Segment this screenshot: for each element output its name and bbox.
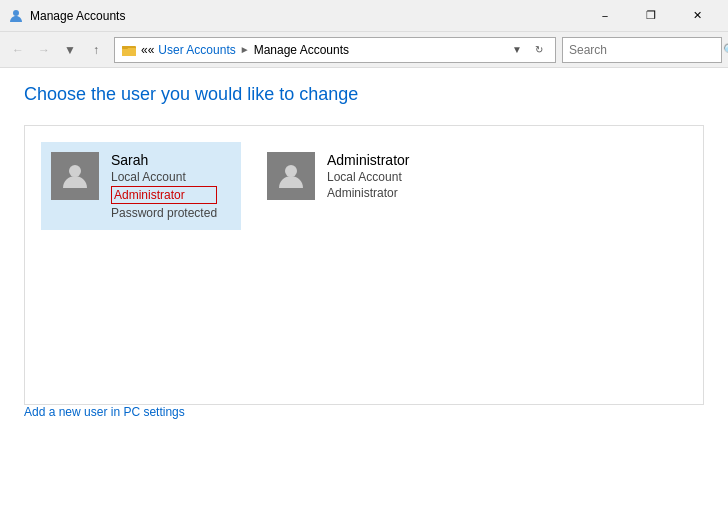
- address-user-accounts[interactable]: User Accounts: [158, 43, 235, 57]
- app-icon: [8, 8, 24, 24]
- back-button[interactable]: ←: [6, 38, 30, 62]
- window-title: Manage Accounts: [30, 9, 582, 23]
- up-button[interactable]: ↑: [84, 38, 108, 62]
- accounts-row: Sarah Local Account Administrator Passwo…: [41, 142, 687, 230]
- account-info-sarah: Sarah Local Account Administrator Passwo…: [111, 152, 217, 220]
- address-separator: ««: [141, 43, 154, 57]
- address-dropdown-button[interactable]: ▼: [507, 40, 527, 60]
- svg-rect-3: [122, 46, 128, 49]
- account-card-sarah[interactable]: Sarah Local Account Administrator Passwo…: [41, 142, 241, 230]
- account-type-administrator: Administrator: [327, 186, 409, 200]
- title-bar: Manage Accounts − ❐ ✕: [0, 0, 728, 32]
- main-content: Choose the user you would like to change…: [0, 68, 728, 520]
- account-info-administrator: Administrator Local Account Administrato…: [327, 152, 409, 200]
- recent-button[interactable]: ▼: [58, 38, 82, 62]
- search-icon: 🔍: [723, 43, 728, 57]
- svg-point-5: [285, 165, 297, 177]
- forward-button[interactable]: →: [32, 38, 56, 62]
- svg-point-0: [13, 10, 19, 16]
- address-chevron: ►: [240, 44, 250, 55]
- close-button[interactable]: ✕: [674, 0, 720, 32]
- search-bar[interactable]: 🔍: [562, 37, 722, 63]
- address-bar[interactable]: «« User Accounts ► Manage Accounts ▼ ↻: [114, 37, 556, 63]
- account-local-sarah: Local Account: [111, 170, 217, 184]
- account-card-administrator[interactable]: Administrator Local Account Administrato…: [257, 142, 457, 230]
- account-protected-sarah: Password protected: [111, 206, 217, 220]
- account-avatar-administrator: [267, 152, 315, 200]
- add-user-link[interactable]: Add a new user in PC settings: [24, 405, 185, 419]
- account-name-administrator: Administrator: [327, 152, 409, 168]
- nav-bar: ← → ▼ ↑ «« User Accounts ► Manage Accoun…: [0, 32, 728, 68]
- minimize-button[interactable]: −: [582, 0, 628, 32]
- account-type-sarah: Administrator: [111, 186, 217, 204]
- account-name-sarah: Sarah: [111, 152, 217, 168]
- page-title: Choose the user you would like to change: [24, 84, 704, 105]
- address-text: «« User Accounts ► Manage Accounts: [141, 43, 503, 57]
- svg-point-4: [69, 165, 81, 177]
- svg-rect-2: [122, 48, 136, 56]
- account-avatar-sarah: [51, 152, 99, 200]
- account-local-administrator: Local Account: [327, 170, 409, 184]
- restore-button[interactable]: ❐: [628, 0, 674, 32]
- window-controls: − ❐ ✕: [582, 0, 720, 32]
- address-refresh-button[interactable]: ↻: [529, 40, 549, 60]
- accounts-container: Sarah Local Account Administrator Passwo…: [24, 125, 704, 405]
- address-current: Manage Accounts: [254, 43, 349, 57]
- search-input[interactable]: [569, 43, 719, 57]
- address-actions: ▼ ↻: [507, 40, 549, 60]
- address-folder-icon: [121, 42, 137, 58]
